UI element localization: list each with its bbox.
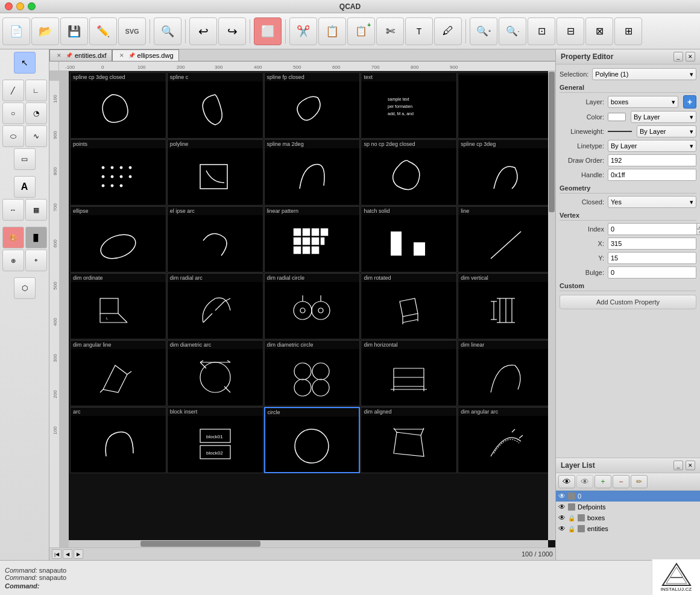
svg-button[interactable]: SVG (118, 17, 146, 45)
text-tool[interactable]: A (14, 176, 36, 198)
3d-tool[interactable]: ⬡ (14, 277, 36, 299)
layer-delete-button[interactable]: − (613, 475, 629, 488)
layer-list-collapse-button[interactable]: _ (673, 461, 683, 470)
shape-cell-spline-closed[interactable]: spline cp 3deg closed (70, 72, 166, 139)
shape-cell-dim-vertical[interactable]: dim vertical (458, 273, 554, 339)
zoom-out-button[interactable]: 🔍- (499, 17, 526, 45)
pattern-tool[interactable]: ▦ (25, 199, 47, 221)
nav-prev-button[interactable]: ◀ (63, 549, 72, 559)
layer-add-button[interactable]: + (683, 95, 696, 109)
shape-cell-dim-rotated[interactable]: dim rotated (361, 273, 457, 339)
shape-cell-spline-cp3[interactable]: spline cp 3deg (458, 139, 554, 206)
shape-cell-polyline[interactable]: polyline (167, 139, 263, 206)
window-controls[interactable] (5, 2, 36, 10)
shape-cell-hatch-solid[interactable]: hatch solid (361, 206, 457, 272)
snap-tool[interactable]: ⊕ (2, 250, 24, 271)
redo-button[interactable]: ↪ (218, 17, 246, 45)
horizontal-scrollbar-thumb[interactable] (140, 541, 260, 547)
bulge-input[interactable]: 0 (608, 266, 696, 279)
layer-eye-icon-entities[interactable]: 👁 (558, 524, 566, 533)
tab-close-icon[interactable]: ✕ (55, 52, 63, 59)
y-input[interactable]: 15 (608, 252, 696, 264)
open-button[interactable]: 📂 (31, 17, 59, 45)
maximize-button[interactable] (28, 2, 36, 10)
index-input[interactable]: 0 (608, 223, 696, 235)
shape-cell-dim-diametric[interactable]: dim diametric arc (167, 340, 263, 406)
color-dropdown[interactable]: By Layer ▾ (631, 111, 696, 123)
canvas-content[interactable]: spline cp 3deg closed spline c (69, 71, 555, 547)
shape-cell-dim-radial[interactable]: dim radial arc (167, 273, 263, 339)
layer-edit-button[interactable]: ✏ (631, 475, 648, 488)
shape-cell-dim-aligned[interactable]: dim aligned (361, 407, 457, 473)
layer-eye-icon-0[interactable]: 👁 (558, 492, 566, 500)
layer-item-defpoints[interactable]: 👁 Defpoints (556, 502, 700, 512)
index-increment-button[interactable]: ▲ (696, 223, 700, 229)
fill-tool[interactable]: █ (25, 227, 47, 248)
line-tool[interactable]: ╱ (2, 80, 24, 101)
paste-button[interactable]: 📋+ (347, 17, 375, 45)
edit-button[interactable]: ✏️ (89, 17, 117, 45)
zoom-prev-button[interactable]: ⊟ (557, 17, 584, 45)
layer-item-0[interactable]: 👁 0 (556, 491, 700, 502)
zoom-select-button[interactable]: ⊠ (585, 17, 613, 45)
snap-cursor-tool[interactable]: ⌖ (25, 250, 47, 271)
shape-cell-dim-angular[interactable]: dim angular line (70, 340, 166, 406)
index-decrement-button[interactable]: ▼ (696, 229, 700, 235)
layer-visibility-button[interactable]: 👁 (558, 475, 575, 488)
shape-cell-dim-diametric-circle[interactable]: dim diametric circle (264, 340, 361, 406)
layer-add-button[interactable]: + (594, 475, 611, 488)
shape-cell-points[interactable]: points (70, 139, 166, 206)
shape-cell-line[interactable]: line (458, 206, 554, 272)
polyline-tool[interactable]: ∟ (25, 80, 47, 101)
lineweight-dropdown[interactable]: By Layer ▾ (637, 125, 696, 137)
draw-order-input[interactable]: 192 (608, 154, 696, 166)
ellipse-tool[interactable]: ⬭ (2, 125, 24, 147)
tab-ellipses-close-icon[interactable]: ✕ (118, 52, 126, 59)
new-button[interactable]: 📄 (2, 17, 30, 45)
nav-first-button[interactable]: |◀ (52, 549, 61, 559)
panel-close-button[interactable]: ✕ (686, 52, 695, 61)
x-input[interactable]: 315 (608, 238, 696, 250)
shape-cell-ellipse[interactable]: ellipse (70, 206, 166, 272)
vertical-scrollbar[interactable] (548, 71, 555, 540)
text-button[interactable]: T (405, 17, 433, 45)
tab-entities[interactable]: ✕ 📌 entities.dxf (49, 49, 112, 61)
shape-cell-arc[interactable]: arc (70, 407, 166, 473)
layer-item-boxes[interactable]: 👁 🔒 boxes (556, 512, 700, 523)
circle-tool[interactable]: ○ (2, 102, 24, 124)
shape-cell-sp-nocp[interactable]: sp no cp 2deg closed (361, 139, 457, 206)
zoom-in-button[interactable]: 🔍+ (470, 17, 497, 45)
zoom-fit-button[interactable]: ⊡ (528, 17, 555, 45)
layer-eye-icon-defpoints[interactable]: 👁 (558, 503, 566, 511)
undo-button[interactable]: ↩ (189, 17, 217, 45)
cut2-button[interactable]: ✄ (376, 17, 404, 45)
add-custom-property-button[interactable]: Add Custom Property (560, 295, 696, 309)
panel-collapse-button[interactable]: _ (673, 52, 683, 61)
close-button[interactable] (5, 2, 13, 10)
copy-button[interactable]: 📋 (318, 17, 346, 45)
shape-cell-text[interactable]: text sample text per formatien add, M a,… (361, 72, 457, 139)
tab-ellipses[interactable]: ✕ 📌 ellipses.dwg (112, 49, 179, 61)
zoom-view-button[interactable]: 🔍 (154, 17, 181, 45)
shape-cell-spline-2deg[interactable]: spline ma 2deg (264, 139, 361, 206)
cut-button[interactable]: ✂️ (289, 17, 317, 45)
save-button[interactable]: 💾 (60, 17, 88, 45)
shape-cell-block-insert[interactable]: block insert block01 block02 (167, 407, 263, 473)
pen-button[interactable]: 🖊 (434, 17, 462, 45)
layer-dropdown[interactable]: boxes ▾ (608, 96, 678, 108)
linetype-dropdown[interactable]: By Layer ▾ (608, 140, 696, 152)
shape-cell-linear-pattern[interactable]: linear pattern (264, 206, 361, 272)
spline-tool[interactable]: ∿ (25, 125, 47, 147)
color-tool[interactable]: 🎨 (2, 227, 24, 248)
arc-tool[interactable]: ◔ (25, 102, 47, 124)
layer-list-close-button[interactable]: ✕ (686, 461, 695, 470)
shape-cell-dim-linear[interactable]: dim linear (458, 340, 554, 406)
shape-cell-dim-radial-circle[interactable]: dim radial circle (264, 273, 361, 339)
layer-eye-icon-boxes[interactable]: 👁 (558, 514, 566, 522)
horizontal-scrollbar[interactable] (69, 540, 548, 547)
dim-tool[interactable]: ↔ (2, 199, 24, 221)
shape-cell-spline-fp[interactable]: spline fp closed (264, 72, 361, 139)
rect-tool[interactable]: ▭ (14, 148, 36, 170)
select-tool[interactable]: ↖ (14, 52, 36, 74)
shape-cell-dim-horizontal[interactable]: dim horizontal (361, 340, 457, 406)
